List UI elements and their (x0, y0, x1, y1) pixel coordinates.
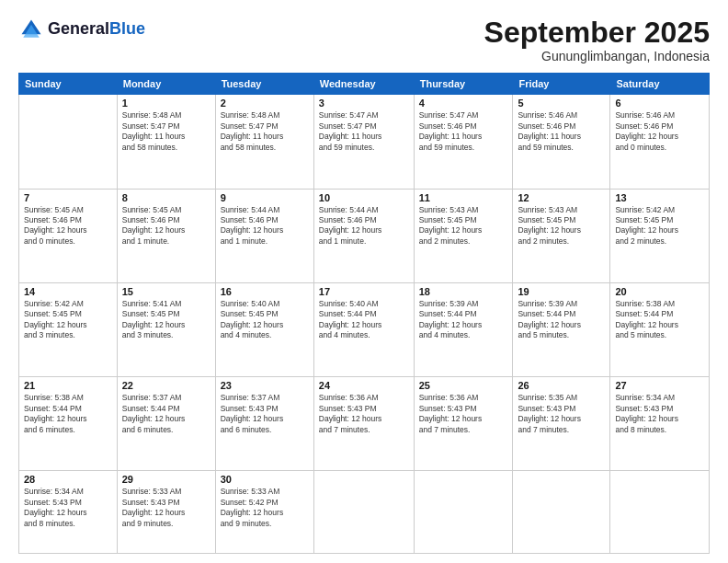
calendar-cell: 12Sunrise: 5:43 AMSunset: 5:45 PMDayligh… (513, 189, 610, 282)
day-info: Sunrise: 5:40 AMSunset: 5:45 PMDaylight:… (221, 299, 309, 341)
day-info: Sunrise: 5:40 AMSunset: 5:44 PMDaylight:… (319, 299, 409, 341)
day-info: Sunrise: 5:33 AMSunset: 5:42 PMDaylight:… (221, 487, 309, 529)
day-info: Sunrise: 5:48 AMSunset: 5:47 PMDaylight:… (122, 110, 210, 153)
day-number: 10 (319, 192, 409, 203)
logo-icon (18, 17, 44, 42)
day-info: Sunrise: 5:36 AMSunset: 5:43 PMDaylight:… (419, 393, 508, 435)
calendar-cell: 30Sunrise: 5:33 AMSunset: 5:42 PMDayligh… (215, 471, 313, 554)
calendar-cell: 17Sunrise: 5:40 AMSunset: 5:44 PMDayligh… (313, 282, 414, 376)
day-number: 26 (518, 380, 605, 391)
logo-text: GeneralBlue (48, 20, 145, 39)
calendar-cell (414, 471, 513, 554)
calendar-cell: 16Sunrise: 5:40 AMSunset: 5:45 PMDayligh… (215, 282, 313, 376)
calendar-cell: 6Sunrise: 5:46 AMSunset: 5:46 PMDaylight… (610, 95, 710, 189)
calendar-cell: 19Sunrise: 5:39 AMSunset: 5:44 PMDayligh… (513, 282, 610, 376)
day-info: Sunrise: 5:48 AMSunset: 5:47 PMDaylight:… (221, 110, 309, 153)
day-info: Sunrise: 5:46 AMSunset: 5:46 PMDaylight:… (518, 110, 605, 153)
calendar-cell: 10Sunrise: 5:44 AMSunset: 5:46 PMDayligh… (313, 189, 414, 282)
day-info: Sunrise: 5:44 AMSunset: 5:46 PMDaylight:… (319, 205, 409, 247)
day-number: 6 (615, 98, 704, 109)
day-number: 27 (615, 380, 704, 391)
header-wednesday: Wednesday (313, 74, 414, 95)
calendar-cell: 11Sunrise: 5:43 AMSunset: 5:45 PMDayligh… (414, 189, 513, 282)
day-number: 13 (615, 192, 704, 203)
calendar-cell (19, 95, 118, 189)
calendar-cell (513, 471, 610, 554)
day-number: 20 (615, 286, 704, 297)
calendar-cell: 7Sunrise: 5:45 AMSunset: 5:46 PMDaylight… (19, 189, 118, 282)
header-sunday: Sunday (19, 74, 118, 95)
calendar-cell: 29Sunrise: 5:33 AMSunset: 5:43 PMDayligh… (117, 471, 215, 554)
calendar-cell: 14Sunrise: 5:42 AMSunset: 5:45 PMDayligh… (19, 282, 118, 376)
day-number: 28 (24, 474, 112, 485)
calendar-cell: 28Sunrise: 5:34 AMSunset: 5:43 PMDayligh… (19, 471, 118, 554)
header-monday: Monday (117, 74, 215, 95)
day-info: Sunrise: 5:45 AMSunset: 5:46 PMDaylight:… (122, 205, 210, 247)
day-info: Sunrise: 5:35 AMSunset: 5:43 PMDaylight:… (518, 393, 605, 435)
day-info: Sunrise: 5:38 AMSunset: 5:44 PMDaylight:… (24, 393, 112, 435)
calendar-cell: 9Sunrise: 5:44 AMSunset: 5:46 PMDaylight… (215, 189, 313, 282)
day-info: Sunrise: 5:39 AMSunset: 5:44 PMDaylight:… (518, 299, 605, 341)
month-title: September 2025 (484, 17, 710, 49)
calendar-cell: 4Sunrise: 5:47 AMSunset: 5:46 PMDaylight… (414, 95, 513, 189)
calendar-cell: 21Sunrise: 5:38 AMSunset: 5:44 PMDayligh… (19, 377, 118, 471)
day-number: 18 (419, 286, 508, 297)
day-info: Sunrise: 5:39 AMSunset: 5:44 PMDaylight:… (419, 299, 508, 341)
location: Gununglimbangan, Indonesia (484, 49, 710, 63)
calendar-cell: 26Sunrise: 5:35 AMSunset: 5:43 PMDayligh… (513, 377, 610, 471)
logo: GeneralBlue (18, 17, 145, 42)
day-number: 4 (419, 98, 508, 109)
calendar-cell: 5Sunrise: 5:46 AMSunset: 5:46 PMDaylight… (513, 95, 610, 189)
day-number: 3 (319, 98, 409, 109)
day-info: Sunrise: 5:47 AMSunset: 5:46 PMDaylight:… (419, 110, 508, 153)
day-number: 19 (518, 286, 605, 297)
day-number: 1 (122, 98, 210, 109)
header-saturday: Saturday (610, 74, 710, 95)
day-info: Sunrise: 5:38 AMSunset: 5:44 PMDaylight:… (615, 299, 704, 341)
calendar-cell: 13Sunrise: 5:42 AMSunset: 5:45 PMDayligh… (610, 189, 710, 282)
day-info: Sunrise: 5:46 AMSunset: 5:46 PMDaylight:… (615, 110, 704, 153)
calendar-cell (610, 471, 710, 554)
calendar-table: Sunday Monday Tuesday Wednesday Thursday… (18, 73, 710, 554)
day-info: Sunrise: 5:34 AMSunset: 5:43 PMDaylight:… (615, 393, 704, 435)
day-number: 5 (518, 98, 605, 109)
header: GeneralBlue September 2025 Gununglimbang… (18, 17, 710, 63)
calendar-cell: 15Sunrise: 5:41 AMSunset: 5:45 PMDayligh… (117, 282, 215, 376)
day-number: 7 (24, 192, 112, 203)
day-info: Sunrise: 5:34 AMSunset: 5:43 PMDaylight:… (24, 487, 112, 529)
day-info: Sunrise: 5:43 AMSunset: 5:45 PMDaylight:… (518, 205, 605, 247)
day-number: 14 (24, 286, 112, 297)
day-info: Sunrise: 5:37 AMSunset: 5:44 PMDaylight:… (122, 393, 210, 435)
calendar-cell: 22Sunrise: 5:37 AMSunset: 5:44 PMDayligh… (117, 377, 215, 471)
calendar-cell: 3Sunrise: 5:47 AMSunset: 5:47 PMDaylight… (313, 95, 414, 189)
day-number: 24 (319, 380, 409, 391)
day-info: Sunrise: 5:36 AMSunset: 5:43 PMDaylight:… (319, 393, 409, 435)
header-thursday: Thursday (414, 74, 513, 95)
day-number: 9 (221, 192, 309, 203)
day-number: 11 (419, 192, 508, 203)
day-number: 8 (122, 192, 210, 203)
header-friday: Friday (513, 74, 610, 95)
day-number: 15 (122, 286, 210, 297)
calendar-cell: 24Sunrise: 5:36 AMSunset: 5:43 PMDayligh… (313, 377, 414, 471)
day-number: 22 (122, 380, 210, 391)
day-number: 29 (122, 474, 210, 485)
day-number: 16 (221, 286, 309, 297)
calendar-cell: 1Sunrise: 5:48 AMSunset: 5:47 PMDaylight… (117, 95, 215, 189)
day-number: 17 (319, 286, 409, 297)
day-info: Sunrise: 5:33 AMSunset: 5:43 PMDaylight:… (122, 487, 210, 529)
page: GeneralBlue September 2025 Gununglimbang… (0, 0, 728, 563)
day-number: 25 (419, 380, 508, 391)
calendar-cell: 20Sunrise: 5:38 AMSunset: 5:44 PMDayligh… (610, 282, 710, 376)
calendar-cell (313, 471, 414, 554)
day-info: Sunrise: 5:45 AMSunset: 5:46 PMDaylight:… (24, 205, 112, 247)
day-number: 12 (518, 192, 605, 203)
calendar-cell: 27Sunrise: 5:34 AMSunset: 5:43 PMDayligh… (610, 377, 710, 471)
day-info: Sunrise: 5:37 AMSunset: 5:43 PMDaylight:… (221, 393, 309, 435)
day-number: 2 (221, 98, 309, 109)
calendar-cell: 2Sunrise: 5:48 AMSunset: 5:47 PMDaylight… (215, 95, 313, 189)
calendar-header-row: Sunday Monday Tuesday Wednesday Thursday… (19, 74, 710, 95)
calendar-cell: 8Sunrise: 5:45 AMSunset: 5:46 PMDaylight… (117, 189, 215, 282)
day-info: Sunrise: 5:42 AMSunset: 5:45 PMDaylight:… (615, 205, 704, 247)
day-info: Sunrise: 5:47 AMSunset: 5:47 PMDaylight:… (319, 110, 409, 153)
